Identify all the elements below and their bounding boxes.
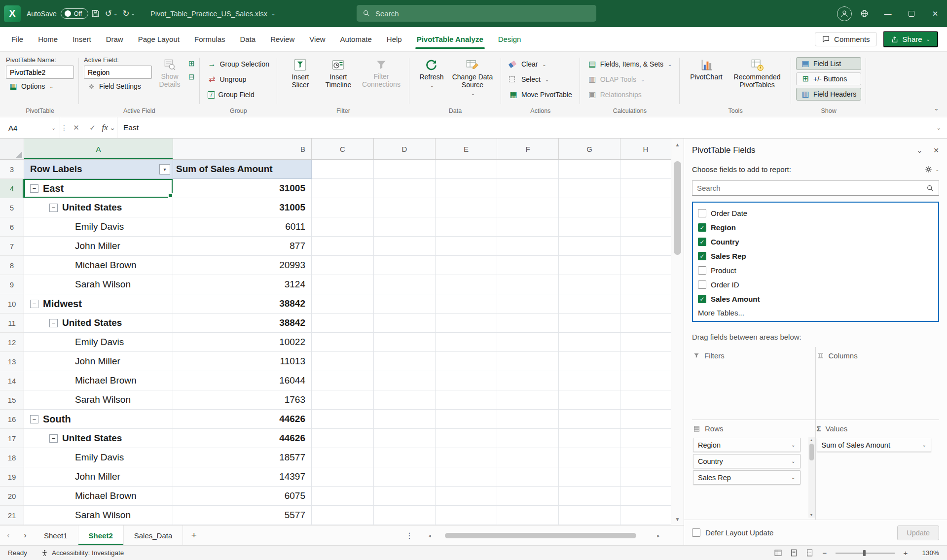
cell-d17[interactable] (374, 429, 436, 448)
row-number-6[interactable]: 6 (0, 217, 24, 237)
autosave-toggle[interactable]: Off (61, 8, 88, 19)
sheet-tab-sheet1[interactable]: Sheet1 (34, 525, 78, 545)
row-number-8[interactable]: 8 (0, 256, 24, 275)
cell-a21[interactable]: Sarah Wilson (24, 506, 173, 525)
cell-e17[interactable] (436, 429, 497, 448)
formula-input[interactable]: East (117, 117, 930, 138)
cancel-entry-button[interactable]: ✕ (68, 117, 84, 138)
row-number-5[interactable]: 5 (0, 198, 24, 217)
field-chip-region[interactable]: Region⌄ (693, 438, 801, 452)
insert-timeline-button[interactable]: Insert Timeline (319, 55, 358, 106)
row-number-17[interactable]: 17 (0, 429, 24, 448)
row-number-3[interactable]: 3 (0, 160, 24, 179)
checkbox-order-id[interactable] (698, 280, 706, 289)
cell-b8[interactable]: 20993 (173, 256, 312, 275)
ribbon-tab-review[interactable]: Review (263, 27, 302, 51)
scroll-up-icon[interactable]: ▲ (808, 437, 815, 443)
cell-b13[interactable]: 11013 (173, 352, 312, 371)
normal-view-button[interactable] (774, 549, 782, 557)
cell-b12[interactable]: 10022 (173, 333, 312, 352)
collapse-button[interactable]: − (30, 184, 38, 193)
globe-icon[interactable] (860, 9, 869, 18)
cell-e16[interactable] (436, 410, 497, 429)
show-details-button[interactable]: Show Details (152, 55, 187, 106)
cell-b14[interactable]: 16044 (173, 371, 312, 390)
cell-c17[interactable] (312, 429, 374, 448)
cell-f9[interactable] (497, 275, 559, 294)
field-item-country[interactable]: ✓Country (693, 235, 938, 249)
expand-formula-bar-button[interactable]: ⌄ (930, 117, 947, 138)
name-box[interactable]: A4 ⌄ (0, 117, 60, 138)
move-pivottable-button[interactable]: ▦ Move PivotTable (506, 89, 575, 101)
ribbon-tab-design[interactable]: Design (491, 27, 529, 51)
row-number-4[interactable]: 4 (0, 179, 24, 198)
ribbon-tab-pivottable-analyze[interactable]: PivotTable Analyze (409, 27, 491, 51)
cell-a20[interactable]: Michael Brown (24, 487, 173, 506)
cell-e15[interactable] (436, 390, 497, 410)
scroll-right-icon[interactable]: ▸ (654, 533, 663, 538)
cell-g5[interactable] (559, 198, 620, 217)
cell-d19[interactable] (374, 467, 436, 487)
cell-h4[interactable] (620, 179, 671, 198)
cell-d9[interactable] (374, 275, 436, 294)
field-item-order-date[interactable]: Order Date (693, 206, 938, 220)
row-number-20[interactable]: 20 (0, 487, 24, 506)
checkbox-sales-amount[interactable]: ✓ (698, 295, 706, 303)
cell-h18[interactable] (620, 448, 671, 467)
cell-f11[interactable] (497, 314, 559, 333)
cell-f13[interactable] (497, 352, 559, 371)
cell-c12[interactable] (312, 333, 374, 352)
row-number-11[interactable]: 11 (0, 314, 24, 333)
field-chip-country[interactable]: Country⌄ (693, 454, 801, 468)
scroll-up-icon[interactable]: ▲ (671, 139, 684, 150)
fields-search-input[interactable] (697, 184, 926, 192)
cell-b18[interactable]: 18577 (173, 448, 312, 467)
cell-h11[interactable] (620, 314, 671, 333)
cell-d11[interactable] (374, 314, 436, 333)
columns-area[interactable]: Columns (816, 347, 940, 420)
cell-d21[interactable] (374, 506, 436, 525)
cell-f17[interactable] (497, 429, 559, 448)
row-number-10[interactable]: 10 (0, 294, 24, 314)
cell-g21[interactable] (559, 506, 620, 525)
cell-a7[interactable]: John Miller (24, 237, 173, 256)
cell-e3[interactable] (436, 160, 497, 179)
cell-a11[interactable]: −United States (24, 314, 173, 333)
cell-c9[interactable] (312, 275, 374, 294)
cell-g10[interactable] (559, 294, 620, 314)
collapse-field-button[interactable]: ⊟ (188, 73, 195, 80)
rows-area-scrollbar[interactable]: ▲ ▼ (808, 437, 815, 518)
plus-minus-buttons-toggle[interactable]: ⊞ +/- Buttons (796, 72, 861, 85)
cell-b20[interactable]: 6075 (173, 487, 312, 506)
sheet-nav-left-icon[interactable]: ‹ (0, 531, 17, 540)
vertical-scrollbar-thumb[interactable] (674, 161, 681, 255)
more-tables-link[interactable]: More Tables... (693, 306, 938, 319)
ribbon-tab-automate[interactable]: Automate (333, 27, 379, 51)
share-button[interactable]: Share ⌄ (883, 31, 938, 47)
cell-d18[interactable] (374, 448, 436, 467)
refresh-button[interactable]: Refresh ⌄ (414, 55, 449, 106)
cell-h21[interactable] (620, 506, 671, 525)
select-button[interactable]: Select ⌄ (506, 73, 575, 85)
cell-h16[interactable] (620, 410, 671, 429)
relationships-button[interactable]: ▣ Relationships (585, 89, 675, 101)
cell-h7[interactable] (620, 237, 671, 256)
column-header-d[interactable]: D (374, 139, 436, 159)
cell-f16[interactable] (497, 410, 559, 429)
collapse-button[interactable]: − (30, 415, 38, 423)
cell-e7[interactable] (436, 237, 497, 256)
field-item-product[interactable]: Product (693, 263, 938, 278)
cell-d14[interactable] (374, 371, 436, 390)
collapse-button[interactable]: − (49, 434, 58, 443)
ribbon-tab-file[interactable]: File (4, 27, 31, 51)
add-sheet-button[interactable]: + (183, 530, 205, 541)
cell-h13[interactable] (620, 352, 671, 371)
cell-e19[interactable] (436, 467, 497, 487)
cell-a9[interactable]: Sarah Wilson (24, 275, 173, 294)
document-title[interactable]: Pivot_Table_Practice_US_Sales.xlsx ⌄ (150, 10, 275, 18)
undo-button[interactable]: ↺⌄ (105, 8, 118, 19)
cell-d12[interactable] (374, 333, 436, 352)
cell-f15[interactable] (497, 390, 559, 410)
cell-a18[interactable]: Emily Davis (24, 448, 173, 467)
cell-c21[interactable] (312, 506, 374, 525)
